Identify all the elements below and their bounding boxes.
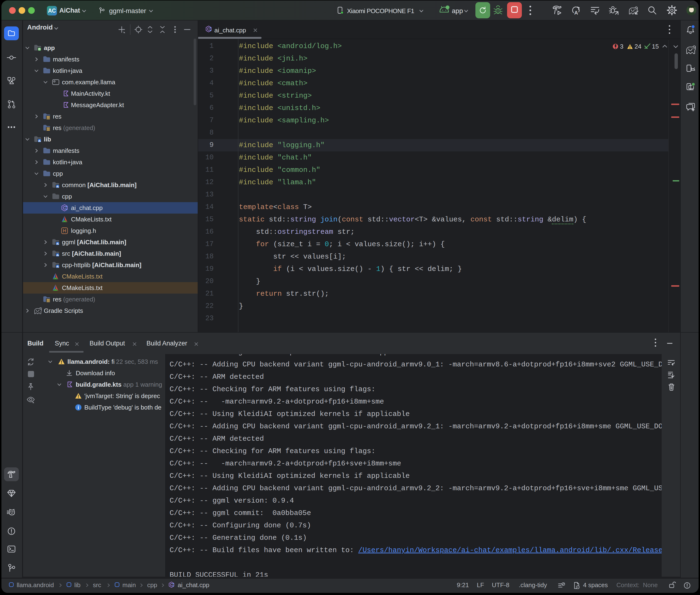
svg-text:A: A (574, 10, 578, 16)
